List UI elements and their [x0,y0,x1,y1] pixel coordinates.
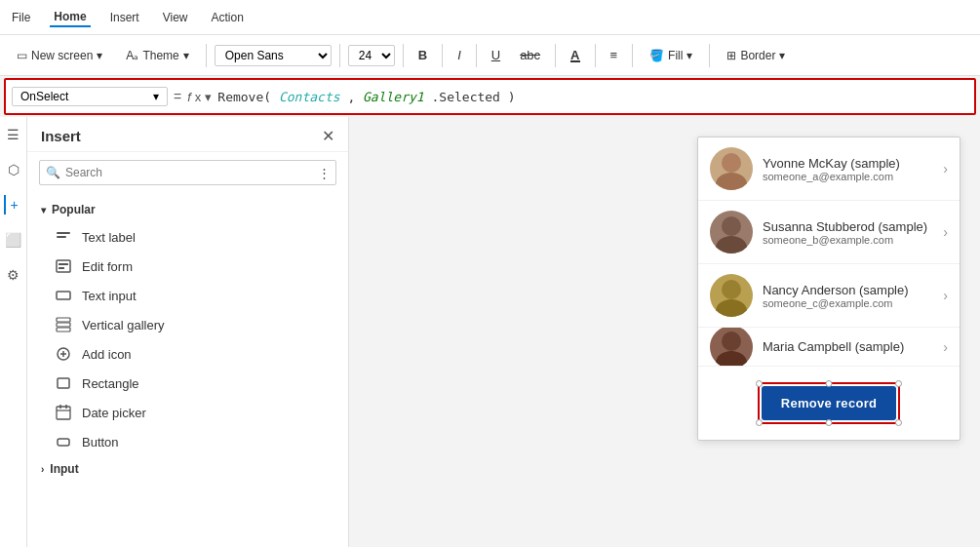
menu-insert[interactable]: Insert [106,9,143,26]
property-value: OnSelect [20,90,68,103]
strikethrough-button[interactable]: abc [513,45,547,65]
selection-dot-tl [756,380,763,387]
settings-icon[interactable]: ⚙ [4,265,23,285]
contact-email-2: someone_b@example.com [763,234,943,246]
formula-content[interactable]: Remove( Contacts , Gallery1 .Selected ) [217,90,968,104]
gallery-info-2: Susanna Stubberod (sample) someone_b@exa… [763,219,943,246]
underline-button[interactable]: U [485,45,507,65]
separator-1 [206,44,207,67]
bold-button[interactable]: B [412,45,434,65]
svg-rect-1 [57,236,66,238]
rectangle-label: Rectangle [82,376,139,391]
gallery-chevron-3: › [943,288,948,303]
gallery-chevron-4: › [943,339,948,355]
theme-icon: Aₐ [126,49,138,62]
separator-6 [555,44,556,67]
search-input[interactable] [39,160,336,185]
font-size-select[interactable]: 24 [348,45,395,66]
hamburger-icon[interactable]: ☰ [4,125,23,144]
button-label: Button [82,435,119,449]
new-screen-chevron: ▾ [97,49,102,62]
insert-item-text-input[interactable]: Text input [27,281,348,310]
gallery-item-4[interactable]: Maria Campbell (sample) › [698,328,960,367]
gallery-item-3[interactable]: Nancy Anderson (sample) someone_c@exampl… [698,264,960,328]
contact-name-3: Nancy Anderson (sample) [763,283,943,297]
menu-action[interactable]: Action [208,9,248,26]
layers-icon[interactable]: ⬡ [4,160,23,179]
avatar-2 [710,211,753,254]
gallery-item-2[interactable]: Susanna Stubberod (sample) someone_b@exa… [698,201,960,264]
sep-4 [442,44,443,67]
separator-3 [403,44,404,67]
gallery-chevron-2: › [943,224,948,240]
contact-name-4: Maria Campbell (sample) [763,339,943,354]
gallery-item-1[interactable]: Yvonne McKay (sample) someone_a@example.… [698,137,960,201]
svg-point-21 [722,216,741,236]
svg-rect-3 [59,263,68,265]
insert-icon[interactable]: + [4,195,23,215]
contact-name-1: Yvonne McKay (sample) [763,156,943,171]
gallery-info-4: Maria Campbell (sample) [763,339,943,354]
edit-form-label: Edit form [82,259,133,274]
font-color-button[interactable]: A [564,45,586,65]
insert-item-date-picker[interactable]: Date picker [27,398,348,427]
svg-rect-2 [57,260,70,272]
theme-chevron: ▾ [183,49,189,62]
italic-button[interactable]: I [451,45,468,65]
fx-label: x [195,90,202,104]
selection-dot-tr [895,380,902,387]
svg-point-19 [722,153,741,173]
svg-point-24 [716,299,747,317]
border-button[interactable]: ⊞ Border ▾ [718,44,794,67]
popular-section-header[interactable]: ▾ Popular [27,197,348,222]
theme-button[interactable]: Aₐ Theme ▾ [117,44,197,67]
svg-point-22 [716,236,747,254]
input-section-header[interactable]: › Input [27,456,348,482]
fill-button[interactable]: 🪣 Fill ▾ [641,44,701,67]
insert-item-edit-form[interactable]: Edit form [27,252,348,281]
svg-rect-8 [57,323,70,327]
font-select[interactable]: Open Sans [215,45,332,66]
remove-record-container: Remove record [710,382,948,424]
fx-icon: f [187,90,191,104]
formula-fx-button[interactable]: f x ▾ [187,90,212,104]
insert-item-button[interactable]: Button [27,427,348,456]
button-icon [55,433,72,450]
theme-label: Theme [142,49,178,62]
svg-rect-5 [57,292,70,299]
search-options-button[interactable]: ⋮ [318,166,331,180]
selection-dot-bc [826,419,833,426]
border-label: Border [740,49,775,62]
gallery-info-3: Nancy Anderson (sample) someone_c@exampl… [763,283,943,309]
new-screen-button[interactable]: ▭ New screen ▾ [8,44,111,67]
menu-file[interactable]: File [8,9,34,26]
property-dropdown[interactable]: OnSelect ▾ [12,87,168,106]
insert-item-text-label[interactable]: Text label [27,222,348,252]
formula-param1: Contacts [279,90,340,104]
date-picker-icon [55,404,72,421]
insert-close-button[interactable]: ✕ [322,127,334,145]
fx-chevron: ▾ [205,90,212,104]
remove-record-wrapper: Remove record [758,382,901,424]
input-chevron-icon: › [41,464,44,475]
insert-item-add-icon[interactable]: Add icon [27,339,348,369]
remove-record-button[interactable]: Remove record [762,386,897,420]
insert-item-vertical-gallery[interactable]: Vertical gallery [27,310,348,339]
search-box: 🔍 ⋮ [39,160,336,185]
menu-home[interactable]: Home [50,8,90,27]
formula-fn: Remove( [217,90,271,104]
canvas-area: Yvonne McKay (sample) someone_a@example.… [349,117,980,547]
popular-label: Popular [52,203,96,216]
insert-item-rectangle[interactable]: Rectangle [27,369,348,398]
input-section-label: Input [50,462,78,476]
rectangle-icon [55,374,72,392]
data-icon[interactable]: ⬜ [4,230,23,250]
menu-view[interactable]: View [159,9,192,26]
insert-list: ▾ Popular Text label Edit form [27,193,348,547]
separator-9 [709,44,710,67]
text-label-label: Text label [82,230,136,245]
border-icon: ⊞ [726,49,736,62]
screen-icon: ▭ [17,49,27,62]
align-button[interactable]: ≡ [604,45,625,65]
border-chevron: ▾ [779,49,785,62]
